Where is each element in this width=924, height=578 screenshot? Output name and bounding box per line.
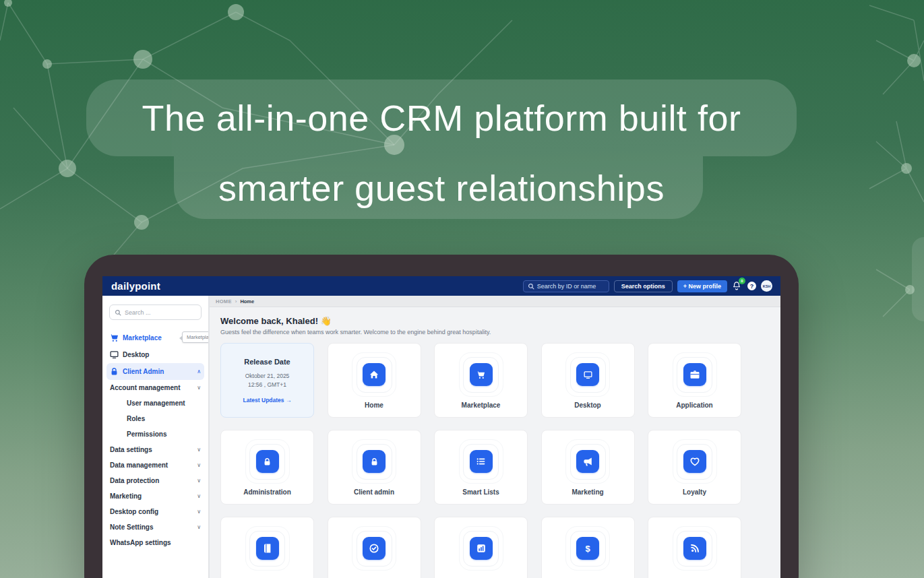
- tile-marketing[interactable]: Marketing: [541, 430, 635, 505]
- tile-ring-inner: [249, 444, 285, 480]
- cart-icon: [470, 363, 493, 386]
- tile-home[interactable]: Home: [328, 343, 421, 418]
- tile-label: Administration: [243, 488, 291, 496]
- sidebar-item-data-settings[interactable]: Data settings∨: [106, 442, 204, 457]
- avatar[interactable]: KSH: [761, 280, 772, 292]
- sidebar-search-placeholder: Search ...: [125, 309, 151, 316]
- tile-ring-outer: [459, 439, 503, 484]
- tile-ring-outer: [352, 439, 396, 484]
- tile-ring-inner: $: [570, 531, 606, 567]
- chevron-down-icon: ∨: [197, 462, 201, 468]
- sidebar-item-label: Data protection: [110, 477, 159, 484]
- tile-application[interactable]: Application: [648, 343, 741, 418]
- lock-icon: [256, 450, 279, 473]
- tile-ring-outer: [565, 352, 610, 397]
- dollar-icon: $: [576, 537, 599, 560]
- sidebar-item-data-management[interactable]: Data management∨: [106, 457, 204, 473]
- marketplace-tooltip: Marketplace: [182, 331, 210, 343]
- notification-badge: 0: [739, 278, 745, 284]
- tile-label: Marketplace: [462, 402, 501, 409]
- hero-line-1: The all-in-one CRM platform built for: [86, 79, 797, 156]
- sidebar-item-label: Desktop config: [110, 508, 158, 515]
- chevron-up-icon: ∧: [197, 368, 201, 375]
- sidebar-item-note-settings[interactable]: Note Settings∨: [106, 519, 204, 535]
- sidebar-item-label: Permissions: [127, 430, 166, 438]
- tile-label: Smart Lists: [462, 488, 499, 496]
- sidebar-nav: MarketplaceMarketplaceDesktopClient Admi…: [102, 329, 208, 550]
- release-date: Oktober 21, 2025: [221, 373, 313, 379]
- sidebar-item-desktop-config[interactable]: Desktop config∨: [106, 504, 204, 519]
- tile-bar-chart[interactable]: [434, 517, 528, 578]
- chevron-down-icon: ∨: [197, 524, 201, 530]
- sidebar-item-label: Client Admin: [123, 368, 164, 375]
- help-button[interactable]: ?: [747, 282, 756, 290]
- sidebar-item-permissions[interactable]: Permissions: [106, 426, 204, 442]
- tile-label: Marketing: [572, 488, 603, 496]
- latest-updates-link[interactable]: Latest Updates →: [243, 397, 292, 404]
- chevron-down-icon: ∨: [197, 478, 201, 484]
- check-circle-icon: [363, 537, 386, 560]
- svg-text:$: $: [585, 544, 590, 554]
- welcome-title: Welcome back, Khaled! 👋: [220, 316, 770, 326]
- header-actions: Search by ID or name Search options + Ne…: [523, 280, 772, 292]
- tile-ring-inner: [463, 444, 499, 480]
- tooltip-arrow: [179, 335, 183, 341]
- tile-book[interactable]: [220, 517, 314, 578]
- tile-desktop[interactable]: Desktop: [541, 343, 635, 418]
- sidebar-item-label: Data management: [110, 461, 168, 469]
- sidebar-item-client-admin[interactable]: Client Admin∧: [106, 363, 204, 380]
- hero-line-2: smarter guest relationships: [86, 156, 797, 220]
- search-options-button[interactable]: Search options: [614, 280, 673, 292]
- monitor-icon: [576, 363, 599, 386]
- tile-ring-outer: [673, 352, 717, 397]
- tile-rss[interactable]: [648, 517, 741, 578]
- tile-check-circle[interactable]: [328, 517, 421, 578]
- tile-loyalty[interactable]: Loyalty: [648, 430, 741, 505]
- sidebar-item-desktop[interactable]: Desktop: [106, 346, 204, 363]
- sidebar-item-marketing[interactable]: Marketing∨: [106, 488, 204, 504]
- sidebar-item-roles[interactable]: Roles: [106, 411, 204, 426]
- sidebar-item-label: Account management: [110, 384, 180, 391]
- tile-label: Application: [676, 402, 712, 409]
- briefcase-icon: [683, 363, 706, 386]
- tile-ring-outer: $: [565, 526, 610, 571]
- sidebar-item-whatsapp-settings[interactable]: WhatsApp settings: [106, 535, 204, 550]
- sidebar-item-user-management[interactable]: User management: [106, 395, 204, 411]
- book-icon: [256, 537, 279, 560]
- tile-ring-inner: [463, 531, 499, 567]
- tile-dollar[interactable]: $: [541, 517, 635, 578]
- sidebar-item-label: WhatsApp settings: [110, 539, 171, 546]
- brand-logo: dailypoint: [111, 280, 160, 292]
- home-icon: [363, 363, 386, 386]
- sidebar-item-label: Data settings: [110, 446, 152, 453]
- tile-ring-outer: [459, 352, 503, 397]
- heart-icon: [683, 450, 706, 473]
- tile-ring-inner: [570, 357, 606, 393]
- search-icon: [115, 307, 121, 319]
- tile-ring-inner: [677, 357, 712, 393]
- tile-marketplace[interactable]: Marketplace: [434, 343, 528, 418]
- breadcrumb-root[interactable]: HOME: [216, 298, 232, 304]
- tile-smart-lists[interactable]: Smart Lists: [434, 430, 528, 505]
- tile-client-admin[interactable]: Client admin: [328, 430, 421, 505]
- rss-icon: [683, 537, 706, 560]
- sidebar-item-account-management[interactable]: Account management∨: [106, 380, 204, 395]
- profile-search-input[interactable]: Search by ID or name: [523, 280, 609, 292]
- new-profile-button[interactable]: + New profile: [677, 280, 727, 292]
- sidebar-item-marketplace[interactable]: MarketplaceMarketplace: [106, 329, 204, 346]
- tile-grid: Release Date Oktober 21, 2025 12:56 , GM…: [220, 343, 741, 578]
- monitor-icon: [110, 350, 119, 359]
- tile-ring-inner: [677, 444, 712, 480]
- tile-ring-inner: [357, 531, 392, 567]
- cart-icon: [110, 333, 119, 342]
- sidebar-search-input[interactable]: Search ...: [109, 304, 202, 320]
- tile-administration[interactable]: Administration: [220, 430, 314, 505]
- sidebar-item-data-protection[interactable]: Data protection∨: [106, 473, 204, 488]
- search-icon: [528, 280, 534, 292]
- welcome-subtitle: Guests feel the difference when teams wo…: [220, 329, 770, 335]
- release-date-card: Release Date Oktober 21, 2025 12:56 , GM…: [220, 343, 314, 418]
- profile-search-placeholder: Search by ID or name: [537, 283, 596, 290]
- breadcrumb-current: Home: [240, 298, 254, 304]
- tile-ring-outer: [673, 439, 717, 484]
- notifications-button[interactable]: 0: [732, 281, 743, 292]
